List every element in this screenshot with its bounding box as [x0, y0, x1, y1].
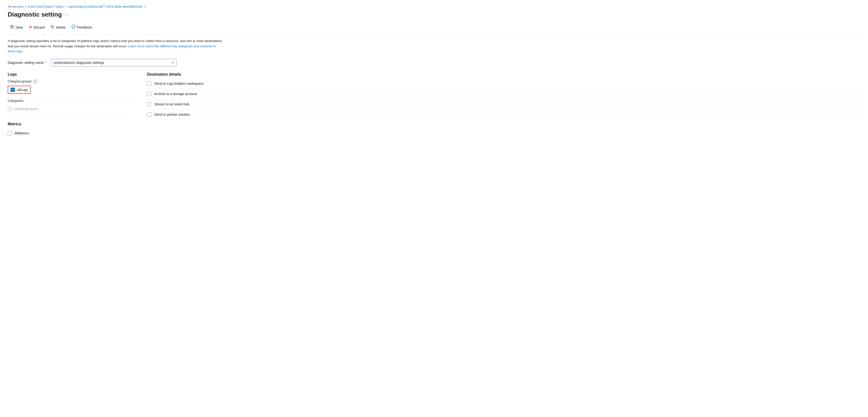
delete-label: Delete — [56, 26, 65, 29]
logs-heading: Logs — [8, 72, 132, 76]
dest-log-analytics-label: Send to Log Analytics workspace — [154, 82, 204, 86]
delivery-failures-label: DeliveryFailures — [14, 107, 38, 111]
svg-rect-2 — [11, 27, 13, 28]
breadcrumb: All services > Event Grid System Topics … — [8, 5, 860, 8]
svg-point-9 — [72, 26, 73, 27]
feedback-label: Feedback — [77, 26, 92, 29]
allmetrics-label: AllMetrics — [14, 131, 29, 135]
dest-event-hub-label: Stream to an event hub — [154, 102, 189, 106]
left-column: Logs Category groups i allLogs Categorie… — [8, 72, 132, 137]
destination-heading: Destination details — [147, 72, 860, 76]
feedback-button[interactable]: Feedback — [69, 23, 94, 31]
category-groups-label: Category groups — [8, 79, 32, 83]
setting-name-input-wrapper[interactable]: ✓ — [52, 59, 177, 66]
setting-name-field[interactable] — [54, 61, 171, 65]
setting-name-row: Diagnostic setting name * ✓ — [8, 59, 860, 66]
metrics-separator — [8, 117, 132, 117]
categories-label-row: Categories — [8, 99, 132, 102]
alllogs-row[interactable]: allLogs — [8, 86, 31, 94]
dest-partner-solution-label: Send to partner solution — [154, 113, 190, 117]
dest-partner-solution-checkbox[interactable] — [147, 113, 151, 117]
required-marker: * — [44, 61, 45, 65]
discard-icon: ✕ — [29, 25, 32, 30]
input-check-icon: ✓ — [171, 60, 174, 65]
discard-label: Discard — [33, 26, 45, 29]
dest-log-analytics: Send to Log Analytics workspace — [147, 78, 860, 89]
ellipsis-menu[interactable]: ··· — [65, 12, 69, 17]
save-icon — [10, 25, 14, 30]
breadcrumb-sep-2: > — [65, 5, 67, 8]
delivery-failures-checkbox — [8, 107, 12, 111]
save-label: Save — [16, 26, 23, 29]
alllogs-label: allLogs — [17, 88, 28, 92]
dest-partner-solution: Send to partner solution — [147, 109, 860, 120]
breadcrumb-sep-1: > — [25, 5, 27, 8]
dest-event-hub: Stream to an event hub — [147, 99, 860, 109]
metrics-section: Metrics AllMetrics — [8, 122, 132, 137]
delete-icon — [51, 25, 54, 30]
page-title-container: Diagnostic setting ··· — [8, 11, 860, 18]
dest-storage-account-label: Archive to a storage account — [154, 92, 197, 96]
delete-button[interactable]: Delete — [48, 24, 68, 31]
category-groups-label-row: Category groups i — [8, 79, 132, 83]
category-groups-info-icon[interactable]: i — [33, 79, 37, 83]
dest-event-hub-checkbox[interactable] — [147, 102, 151, 106]
description: A diagnostic setting specifies a list of… — [8, 38, 224, 54]
discard-button[interactable]: ✕ Discard — [26, 24, 47, 31]
page-title: Diagnostic setting — [8, 11, 62, 18]
dest-storage-account-checkbox[interactable] — [147, 92, 151, 96]
allmetrics-row: AllMetrics — [8, 129, 132, 137]
breadcrumb-all-services[interactable]: All services — [8, 5, 24, 8]
delivery-failures-row: DeliveryFailures — [8, 105, 132, 113]
breadcrumb-sep-3: > — [144, 5, 146, 8]
dest-log-analytics-checkbox[interactable] — [147, 82, 151, 86]
dest-storage-account: Archive to a storage account — [147, 89, 860, 99]
setting-name-label: Diagnostic setting name * — [8, 61, 46, 65]
toolbar: Save ✕ Discard Delete Feedback — [8, 23, 860, 35]
metrics-heading: Metrics — [8, 122, 132, 126]
alllogs-checkbox[interactable] — [10, 88, 15, 92]
save-button[interactable]: Save — [8, 24, 26, 31]
main-columns: Logs Category groups i allLogs Categorie… — [8, 72, 860, 137]
svg-point-8 — [71, 25, 75, 29]
feedback-icon — [71, 25, 76, 30]
svg-point-10 — [74, 26, 74, 27]
categories-label: Categories — [8, 99, 23, 102]
right-column: Destination details Send to Log Analytic… — [147, 72, 860, 137]
allmetrics-checkbox[interactable] — [8, 131, 12, 135]
breadcrumb-event-grid[interactable]: Event Grid System Topics — [28, 5, 64, 8]
logs-section: Logs Category groups i allLogs Categorie… — [8, 72, 132, 113]
breadcrumb-topic[interactable]: topic01stg-811a624a-8a77-437e-89de-dfeb5… — [68, 5, 143, 8]
svg-rect-3 — [51, 26, 54, 28]
svg-rect-1 — [11, 26, 13, 26]
